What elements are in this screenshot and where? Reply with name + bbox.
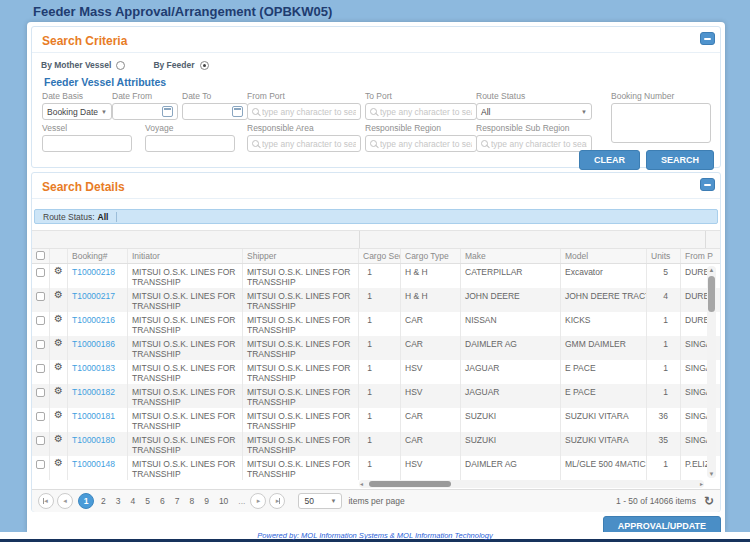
col-cargo-seq[interactable]: Cargo Seq bbox=[359, 249, 401, 263]
model-cell: GMM DAIMLER bbox=[561, 336, 647, 360]
row-select-checkbox[interactable] bbox=[32, 456, 50, 480]
units-cell: 1 bbox=[647, 360, 681, 384]
scroll-up-icon[interactable]: ▲ bbox=[709, 266, 715, 274]
booking-link[interactable]: T10000182 bbox=[72, 387, 115, 397]
col-from-port[interactable]: From P bbox=[681, 249, 720, 263]
vessel-input[interactable] bbox=[42, 135, 132, 152]
collapse-search-details-button[interactable] bbox=[700, 178, 715, 191]
scroll-down-icon[interactable]: ▼ bbox=[709, 470, 715, 478]
previous-page-button[interactable]: ◂ bbox=[57, 493, 73, 509]
date-basis-select[interactable]: Booking Date ▼ bbox=[42, 103, 112, 120]
search-details-section: Search Details Route Status: All Booking… bbox=[31, 172, 721, 512]
col-cargo-type[interactable]: Cargo Type bbox=[401, 249, 461, 263]
to-port-field: To Port type any character to search bbox=[365, 91, 477, 120]
row-actions-button[interactable]: ⚙ bbox=[50, 312, 68, 336]
booking-number-field: Booking Number bbox=[611, 91, 711, 147]
page-button[interactable]: 7 bbox=[175, 496, 180, 506]
by-feeder-radio[interactable]: By Feeder bbox=[153, 60, 208, 70]
date-to-input[interactable] bbox=[182, 103, 248, 120]
row-actions-button[interactable]: ⚙ bbox=[50, 456, 68, 480]
route-status-select[interactable]: All ▼ bbox=[476, 103, 592, 120]
row-actions-button[interactable]: ⚙ bbox=[50, 432, 68, 456]
page-button[interactable]: 3 bbox=[116, 496, 121, 506]
row-select-checkbox[interactable] bbox=[32, 408, 50, 432]
search-button[interactable]: SEARCH bbox=[646, 150, 714, 170]
by-mother-vessel-radio[interactable]: By Mother Vessel bbox=[41, 60, 125, 70]
from-port-input[interactable]: type any character to search bbox=[247, 103, 361, 120]
responsible-area-input[interactable]: type any character to search bbox=[247, 135, 361, 152]
make-cell: DAIMLER AG bbox=[461, 456, 561, 480]
col-initiator[interactable]: Initiator bbox=[128, 249, 243, 263]
scroll-right-icon[interactable]: ▸ bbox=[700, 480, 703, 488]
row-select-checkbox[interactable] bbox=[32, 312, 50, 336]
select-all-checkbox[interactable] bbox=[32, 249, 50, 263]
initiator-cell: MITSUI O.S.K. LINES FOR TRANSSHIP bbox=[128, 336, 243, 360]
col-units[interactable]: Units bbox=[647, 249, 681, 263]
row-actions-button[interactable]: ⚙ bbox=[50, 384, 68, 408]
page-button[interactable]: 6 bbox=[160, 496, 165, 506]
page-button[interactable]: 4 bbox=[130, 496, 135, 506]
row-select-checkbox[interactable] bbox=[32, 336, 50, 360]
col-model[interactable]: Model bbox=[561, 249, 647, 263]
initiator-cell: MITSUI O.S.K. LINES FOR TRANSSHIP bbox=[128, 312, 243, 336]
row-actions-button[interactable]: ⚙ bbox=[50, 360, 68, 384]
page-button[interactable]: 10 bbox=[219, 496, 228, 506]
shipper-cell: MITSUI O.S.K. LINES FOR TRANSSHIP bbox=[243, 384, 359, 408]
horizontal-scroll-thumb[interactable] bbox=[369, 481, 451, 487]
booking-link[interactable]: T10000181 bbox=[72, 411, 115, 421]
refresh-icon[interactable]: ↻ bbox=[704, 495, 714, 507]
calendar-icon[interactable] bbox=[162, 106, 173, 117]
items-per-page-select[interactable]: 50 ▼ bbox=[298, 493, 342, 509]
row-actions-button[interactable]: ⚙ bbox=[50, 408, 68, 432]
page-button[interactable]: 9 bbox=[204, 496, 209, 506]
responsible-sub-region-input[interactable]: type any character to search bbox=[476, 135, 592, 152]
shipper-cell: MITSUI O.S.K. LINES FOR TRANSSHIP bbox=[243, 264, 359, 288]
row-select-checkbox[interactable] bbox=[32, 288, 50, 312]
minus-icon bbox=[704, 38, 711, 40]
col-shipper[interactable]: Shipper bbox=[243, 249, 359, 263]
responsible-region-input[interactable]: type any character to search bbox=[365, 135, 477, 152]
booking-link[interactable]: T10000180 bbox=[72, 435, 115, 445]
first-page-button[interactable]: ◂ bbox=[38, 493, 54, 509]
scroll-left-icon[interactable]: ◂ bbox=[360, 480, 363, 488]
cargo-type-cell: H & H bbox=[401, 264, 461, 288]
booking-link[interactable]: T10000218 bbox=[72, 267, 115, 277]
col-booking[interactable]: Booking# bbox=[68, 249, 128, 263]
booking-link[interactable]: T10000186 bbox=[72, 339, 115, 349]
booking-number-textarea[interactable] bbox=[611, 103, 711, 143]
next-page-button[interactable]: ▸ bbox=[250, 493, 266, 509]
horizontal-scrollbar[interactable]: ◂ ▸ bbox=[359, 480, 704, 488]
voyage-input[interactable] bbox=[145, 135, 235, 152]
col-make[interactable]: Make bbox=[461, 249, 561, 263]
model-cell: ML/GLE 500 4MATIC bbox=[561, 456, 647, 480]
booking-link[interactable]: T10000183 bbox=[72, 363, 115, 373]
page-button[interactable]: 5 bbox=[145, 496, 150, 506]
row-select-checkbox[interactable] bbox=[32, 264, 50, 288]
initiator-cell: MITSUI O.S.K. LINES FOR TRANSSHIP bbox=[128, 360, 243, 384]
row-actions-button[interactable]: ⚙ bbox=[50, 288, 68, 312]
to-port-input[interactable]: type any character to search bbox=[365, 103, 477, 120]
collapse-search-criteria-button[interactable] bbox=[700, 32, 715, 45]
vertical-scroll-thumb[interactable] bbox=[708, 276, 715, 312]
date-basis-field: Date Basis Booking Date ▼ bbox=[42, 91, 112, 120]
booking-link[interactable]: T10000148 bbox=[72, 459, 115, 469]
date-from-input[interactable] bbox=[112, 103, 178, 120]
clear-button[interactable]: CLEAR bbox=[579, 150, 640, 170]
footer: Powered by: MOL Information Systems & MO… bbox=[0, 532, 750, 542]
table-row: ⚙T10000181MITSUI O.S.K. LINES FOR TRANSS… bbox=[32, 408, 720, 432]
gear-icon: ⚙ bbox=[54, 409, 63, 420]
row-select-checkbox[interactable] bbox=[32, 432, 50, 456]
gear-icon: ⚙ bbox=[54, 361, 63, 372]
page-button[interactable]: 1 bbox=[78, 493, 94, 509]
row-actions-button[interactable]: ⚙ bbox=[50, 264, 68, 288]
row-actions-button[interactable]: ⚙ bbox=[50, 336, 68, 360]
page-button[interactable]: 8 bbox=[189, 496, 194, 506]
booking-link[interactable]: T10000217 bbox=[72, 291, 115, 301]
page-button[interactable]: 2 bbox=[101, 496, 106, 506]
last-page-button[interactable]: ▸ bbox=[269, 493, 285, 509]
row-select-checkbox[interactable] bbox=[32, 384, 50, 408]
row-select-checkbox[interactable] bbox=[32, 360, 50, 384]
calendar-icon[interactable] bbox=[232, 106, 243, 117]
vertical-scrollbar[interactable]: ▲ ▼ bbox=[707, 266, 716, 478]
booking-link[interactable]: T10000216 bbox=[72, 315, 115, 325]
